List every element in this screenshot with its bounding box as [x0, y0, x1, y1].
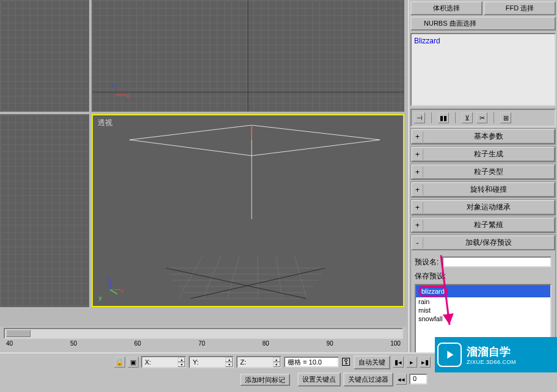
z-spinner[interactable]: Z:▴▾	[236, 356, 282, 368]
key-filter-button[interactable]: 关键点过滤器	[343, 372, 393, 387]
rollout-particle-spawn[interactable]: +粒子繁殖	[411, 217, 555, 233]
viewport-area: z x 透视	[0, 0, 407, 314]
rollout-load-save-preset[interactable]: -加载/保存预设	[411, 235, 555, 250]
remove-icon[interactable]: ✂	[476, 112, 487, 123]
y-spinner[interactable]: Y:▴▾	[189, 356, 234, 368]
emitter-perspective	[93, 115, 403, 306]
rollout-basic-params[interactable]: +基本参数	[411, 129, 555, 144]
preset-item-mist[interactable]: mist	[416, 306, 550, 314]
rollout-particle-gen[interactable]: +粒子生成	[411, 147, 555, 162]
svg-line-12	[227, 256, 239, 299]
lock-icon[interactable]: 🔒	[114, 357, 125, 368]
axis-x-label: x	[121, 288, 124, 294]
ffd-select-button[interactable]: FFD 选择	[484, 1, 556, 15]
show-end-icon[interactable]: ▮▮	[438, 112, 449, 123]
prev-key-icon[interactable]: ▮◂	[393, 357, 404, 368]
watermark-url: ZIXUE.3D66.COM	[467, 359, 516, 365]
viewport-top-right[interactable]: z x	[92, 0, 404, 112]
axis-z-label: z	[106, 277, 109, 283]
volume-select-button[interactable]: 体积选择	[410, 1, 482, 15]
time-slider[interactable]	[4, 328, 403, 339]
object-name-list[interactable]: Blizzard	[410, 33, 556, 106]
preset-item-snowfall[interactable]: snowfall	[416, 314, 550, 323]
auto-key-button[interactable]: 自动关键	[354, 355, 390, 369]
next-key-icon[interactable]: ▸▮	[420, 357, 431, 368]
modifier-toolbar: ⊣ ▮▮ ⊻ ✂ ⊞	[410, 109, 556, 127]
grid-display: 栅格 = 10.0	[284, 357, 339, 368]
prev-frame-icon[interactable]: ◂◂	[396, 374, 407, 385]
viewport-bottom-left[interactable]	[0, 114, 89, 307]
watermark-title: 溜溜自学	[467, 344, 516, 359]
rollout-rotation-collision[interactable]: +旋转和碰撞	[411, 182, 555, 197]
preset-item-rain[interactable]: rain	[416, 297, 550, 306]
viewport-perspective[interactable]: 透视 z x y	[92, 114, 404, 307]
x-spinner[interactable]: X:▴▾	[141, 356, 186, 368]
emitter-top	[92, 1, 404, 111]
rollout-motion-inherit[interactable]: +对象运动继承	[411, 200, 555, 215]
add-time-tag-button[interactable]: 添加时间标记	[240, 374, 290, 386]
time-slider-handle[interactable]	[6, 330, 31, 337]
nurbs-select-button[interactable]: NURBS 曲面选择	[410, 16, 556, 31]
selection-lock-icon[interactable]: ▣	[128, 357, 139, 368]
watermark: 溜溜自学 ZIXUE.3D66.COM	[435, 337, 557, 372]
command-panel: 体积选择 FFD 选择 NURBS 曲面选择 Blizzard ⊣ ▮▮ ⊻ ✂…	[408, 0, 557, 392]
time-ticks: 4050 6070 8090 100	[0, 339, 407, 348]
viewport-top-left[interactable]	[0, 0, 89, 112]
svg-line-15	[294, 256, 307, 299]
preset-item-blizzard[interactable]: blizzard	[416, 285, 550, 297]
play-logo-icon	[437, 343, 462, 367]
timeline[interactable]: 4050 6070 8090 100	[0, 327, 407, 352]
set-key-button[interactable]: 设置关键点	[297, 372, 341, 387]
svg-line-10	[178, 256, 203, 299]
save-preset-label: 保存预设:	[415, 271, 552, 281]
preset-name-input[interactable]	[442, 256, 552, 267]
frame-field[interactable]: 0	[409, 374, 428, 385]
configure-icon[interactable]: ⊞	[500, 112, 511, 123]
play-icon[interactable]: ▸	[406, 357, 417, 368]
key-icon[interactable]: ⚿	[341, 357, 351, 368]
make-unique-icon[interactable]: ⊻	[462, 112, 473, 123]
axis-gizmo-persp: z x y	[99, 277, 123, 301]
preset-name-label: 预设名:	[415, 257, 439, 267]
rollout-particle-type[interactable]: +粒子类型	[411, 164, 555, 180]
axis-y-label: y	[99, 295, 102, 301]
object-name: Blizzard	[414, 37, 440, 45]
pin-icon[interactable]: ⊣	[414, 112, 425, 123]
